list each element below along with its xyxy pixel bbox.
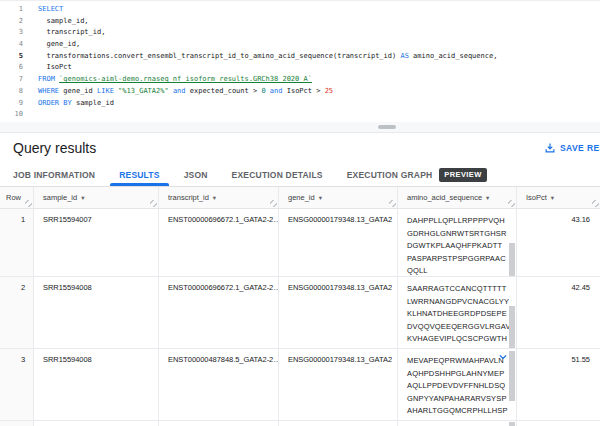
table-row: 1SRR15594007ENST00000696672.1_GATA2-2…EN… bbox=[0, 209, 600, 277]
expand-cell-icon[interactable] bbox=[497, 351, 509, 363]
cell-isopct bbox=[517, 421, 600, 426]
line-number: 1 bbox=[0, 4, 23, 16]
sql-line[interactable]: 5 transformations.convert_ensembl_transc… bbox=[0, 51, 600, 63]
sql-token: FROM bbox=[38, 75, 55, 83]
sql-token: IsoPct bbox=[38, 63, 72, 71]
column-resize-grip[interactable] bbox=[270, 200, 277, 207]
sql-token: SELECT bbox=[38, 5, 63, 13]
sql-token: "%13_GATA2%" bbox=[118, 87, 169, 95]
cell-gene_id: ENSG00000179348.13_GATA2 bbox=[279, 209, 398, 276]
tab-label: JSON bbox=[184, 170, 208, 180]
sequence-line: GNPYYANPAHARARVSYSP bbox=[407, 393, 516, 406]
sequence-line: DGWTKPLAAQHFPKADTT bbox=[407, 240, 516, 253]
column-dropdown-icon[interactable]: ▾ bbox=[486, 194, 489, 202]
sql-token: IsoPct > bbox=[283, 87, 325, 95]
cell-sample_id: SRR15594008 bbox=[34, 349, 159, 420]
sql-line[interactable]: 3 transcript_id, bbox=[0, 27, 600, 39]
sql-line[interactable]: 4 gene_id, bbox=[0, 39, 600, 51]
column-dropdown-icon[interactable]: ▾ bbox=[81, 194, 84, 202]
sql-code: FROM `genomics-aiml-demo.rnaseq_nf_isofo… bbox=[38, 74, 312, 86]
sql-code: SELECT bbox=[38, 4, 63, 16]
sql-code: transcript_id, bbox=[38, 27, 105, 39]
cell-amino_acid_sequence: DAHPPLLQPLLRPPPPVQHGDRHGLGNRWTSRTGHSRDGW… bbox=[398, 209, 517, 276]
sql-token: WHERE bbox=[38, 87, 59, 95]
sequence-line: PASPARPSTPSPGGRPAAC bbox=[407, 253, 516, 266]
sql-line[interactable]: 7FROM `genomics-aiml-demo.rnaseq_nf_isof… bbox=[0, 74, 600, 86]
sql-token: ORDER BY bbox=[38, 99, 72, 107]
sequence-line: LWRRNANGDPVCNACGLYY bbox=[407, 296, 516, 309]
sql-line[interactable]: 1SELECT bbox=[0, 4, 600, 16]
cell-amino_acid_sequence: MEVAPEQPRWMAHPAVLNAQHPDSHHPGLAHNYMEPAQLL… bbox=[398, 349, 517, 420]
sql-line[interactable]: 6 IsoPct bbox=[0, 62, 600, 74]
column-resize-grip[interactable] bbox=[389, 200, 396, 207]
sql-code: sample_id, bbox=[38, 16, 89, 28]
sequence-line: GDRHGLGNRWTSRTGHSR bbox=[407, 228, 516, 241]
sql-code: transformations.convert_ensembl_transcri… bbox=[38, 51, 497, 63]
panel-divider bbox=[0, 122, 600, 133]
results-header: Query results SAVE RESULTS bbox=[0, 133, 600, 163]
tab-json[interactable]: JSON bbox=[184, 163, 208, 186]
column-header-isopct[interactable]: IsoPct▾ bbox=[517, 187, 600, 208]
tab-label: JOB INFORMATION bbox=[13, 170, 95, 180]
sql-token: gene_id, bbox=[38, 40, 80, 48]
sequence-line: AQLLPPDEVDVFFNHLDSQ bbox=[407, 380, 516, 393]
save-results-button[interactable]: SAVE RESULTS bbox=[544, 142, 600, 154]
column-header-transcript_id[interactable]: transcript_id▾ bbox=[159, 187, 279, 208]
results-table: Rowsample_id▾transcript_id▾gene_id▾amino… bbox=[0, 187, 600, 426]
cell-isopct: 43.16 bbox=[517, 209, 600, 276]
column-header-gene_id[interactable]: gene_id▾ bbox=[279, 187, 398, 208]
sql-line[interactable]: 8WHERE gene_id LIKE "%13_GATA2%" and exp… bbox=[0, 86, 600, 98]
sequence-line: KVHAGEVIPLQCSCPGWTH bbox=[407, 333, 516, 346]
sql-line[interactable]: 9ORDER BY sample_id bbox=[0, 98, 600, 110]
column-dropdown-icon[interactable]: ▾ bbox=[213, 194, 216, 202]
column-resize-grip[interactable] bbox=[25, 200, 32, 207]
tab-execution-details[interactable]: EXECUTION DETAILS bbox=[232, 163, 323, 186]
sql-token: sample_id bbox=[72, 99, 114, 107]
line-number: 7 bbox=[0, 74, 23, 86]
table-body: 1SRR15594007ENST00000696672.1_GATA2-2…EN… bbox=[0, 209, 600, 426]
cell-transcript_id: ENST00000696672.1_GATA2-2… bbox=[159, 209, 279, 276]
sequence-line: KLHNATDHEEGRDPDSEPE bbox=[407, 308, 516, 321]
partial-table-row bbox=[0, 421, 600, 426]
column-label: transcript_id bbox=[168, 193, 209, 202]
column-dropdown-icon[interactable]: ▾ bbox=[319, 194, 322, 202]
line-number: 9 bbox=[0, 98, 23, 110]
line-number: 2 bbox=[0, 16, 23, 28]
line-number: 5 bbox=[0, 51, 23, 63]
column-resize-grip[interactable] bbox=[150, 200, 157, 207]
sql-token: LIKE bbox=[97, 87, 114, 95]
sql-token: `genomics-aiml-demo.rnaseq_nf_isoform_re… bbox=[59, 75, 312, 83]
query-results-panel: Query results SAVE RESULTS JOB INFORMATI… bbox=[0, 133, 600, 426]
column-dropdown-icon[interactable]: ▾ bbox=[551, 194, 554, 202]
save-results-label: SAVE RESULTS bbox=[560, 143, 600, 153]
sql-token: transcript_id, bbox=[38, 28, 105, 36]
cell-scrollbar-thumb[interactable] bbox=[509, 351, 515, 401]
sql-code: gene_id, bbox=[38, 39, 80, 51]
cell-row: 3 bbox=[0, 349, 34, 420]
column-resize-grip[interactable] bbox=[592, 200, 599, 207]
tab-job-information[interactable]: JOB INFORMATION bbox=[13, 163, 95, 186]
column-resize-grip[interactable] bbox=[508, 200, 515, 207]
sequence-line: AHARLTGGQMCRPHLLHSP bbox=[407, 405, 516, 418]
sql-token: AS bbox=[400, 52, 408, 60]
sql-line[interactable]: 10 bbox=[0, 109, 600, 121]
tab-execution-graph[interactable]: EXECUTION GRAPHPREVIEW bbox=[347, 163, 487, 186]
tab-results[interactable]: RESULTS bbox=[119, 163, 159, 186]
sql-code: WHERE gene_id LIKE "%13_GATA2%" and expe… bbox=[38, 86, 333, 98]
sql-token: 25 bbox=[325, 87, 333, 95]
column-header-sample_id[interactable]: sample_id▾ bbox=[34, 187, 159, 208]
panel-resize-handle[interactable] bbox=[378, 125, 396, 129]
sql-editor[interactable]: 1SELECT2 sample_id,3 transcript_id,4 gen… bbox=[0, 0, 600, 122]
cell-transcript_id: ENST00000696672.1_GATA2-2… bbox=[159, 277, 279, 348]
column-header-amino_acid_sequence[interactable]: amino_acid_sequence▾ bbox=[398, 187, 517, 208]
column-label: sample_id bbox=[43, 193, 77, 202]
tab-label: EXECUTION DETAILS bbox=[232, 170, 323, 180]
column-header-row[interactable]: Row bbox=[0, 187, 34, 208]
cell-row: 2 bbox=[0, 277, 34, 348]
sql-line[interactable]: 2 sample_id, bbox=[0, 16, 600, 28]
cell-scrollbar-thumb[interactable] bbox=[509, 422, 515, 426]
query-results-title: Query results bbox=[13, 140, 96, 156]
cell-scrollbar-thumb[interactable] bbox=[509, 243, 515, 276]
cell-scrollbar-thumb[interactable] bbox=[509, 306, 515, 348]
sql-token: transformations.convert_ensembl_transcri… bbox=[38, 52, 400, 60]
